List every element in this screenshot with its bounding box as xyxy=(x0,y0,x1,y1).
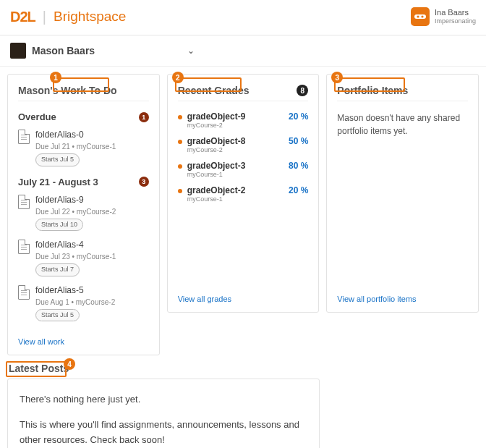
portfolio-title-text: Portfolio Items xyxy=(337,85,408,96)
grade-name: gradeObject-2 xyxy=(187,185,289,195)
latest-empty-body: This is where you'll find assignments, a… xyxy=(20,418,307,448)
latest-posts-section: 4 Latest Posts There's nothing here just… xyxy=(0,363,486,448)
grades-card: 2 Recent Grades 8 gradeObject-9 myCourse… xyxy=(167,74,320,313)
work-item-title: folderAlias-9 xyxy=(35,193,116,206)
work-item-meta: Due Jul 21 • myCourse-1 xyxy=(35,141,116,152)
svg-rect-0 xyxy=(414,14,426,19)
work-item[interactable]: folderAlias-9 Due Jul 22 • myCourse-2 St… xyxy=(18,193,149,232)
bullet-icon xyxy=(178,164,182,169)
work-item-pill: Starts Jul 10 xyxy=(35,219,83,232)
grade-name: gradeObject-8 xyxy=(187,136,289,146)
grade-name: gradeObject-9 xyxy=(187,111,289,122)
document-icon xyxy=(18,195,30,209)
latest-title: Latest Posts xyxy=(7,363,479,374)
grade-row[interactable]: gradeObject-9 myCourse-2 20 % xyxy=(178,111,309,129)
latest-empty-head: There's nothing here just yet. xyxy=(20,392,307,407)
annotation-badge-1: 1 xyxy=(50,72,61,83)
work-item-body: folderAlias-0 Due Jul 21 • myCourse-1 St… xyxy=(35,128,116,166)
product-name: Brightspace xyxy=(54,9,126,25)
view-all-portfolio-link[interactable]: View all portfolio items xyxy=(337,286,468,303)
work-item[interactable]: folderAlias-4 Due Jul 23 • myCourse-1 St… xyxy=(18,238,149,276)
work-title: Mason's Work To Do xyxy=(18,85,149,101)
grade-course: myCourse-1 xyxy=(187,195,289,203)
work-item-pill: Starts Jul 5 xyxy=(35,153,80,166)
main-grid: 1 Mason's Work To Do Overdue1 folderAlia… xyxy=(0,67,486,363)
grade-info: gradeObject-8 myCourse-2 xyxy=(187,136,289,153)
brand: D2L | Brightspace xyxy=(10,9,126,25)
bullet-icon xyxy=(178,115,182,119)
work-title-text: Mason's Work To Do xyxy=(18,85,117,96)
user-name: Ina Baars xyxy=(435,8,476,18)
context-selector[interactable]: Mason Baars ⌄ xyxy=(0,35,486,67)
d2l-logo: D2L xyxy=(10,9,35,25)
context-avatar-icon xyxy=(10,43,26,59)
portfolio-title: Portfolio Items xyxy=(337,85,468,101)
work-item-body: folderAlias-9 Due Jul 22 • myCourse-2 St… xyxy=(35,193,116,232)
user-status: Impersonating xyxy=(435,17,476,25)
grade-percent: 20 % xyxy=(289,185,308,195)
work-section-label: Overdue xyxy=(18,111,56,122)
grade-name: gradeObject-3 xyxy=(187,161,289,171)
work-section-count: 1 xyxy=(139,112,149,122)
work-item[interactable]: folderAlias-5 Due Aug 1 • myCourse-2 Sta… xyxy=(18,284,149,322)
work-section-count: 3 xyxy=(139,177,149,187)
document-icon xyxy=(18,285,30,300)
user-avatar-icon xyxy=(411,7,430,26)
grade-percent: 80 % xyxy=(289,161,308,171)
annotation-badge-2: 2 xyxy=(172,72,184,83)
view-all-grades-link[interactable]: View all grades xyxy=(178,286,309,303)
work-item-title: folderAlias-4 xyxy=(35,238,116,251)
portfolio-empty-text: Mason doesn't have any shared portfolio … xyxy=(337,111,468,138)
bullet-icon xyxy=(178,189,182,193)
work-section-head: Overdue1 xyxy=(18,111,149,122)
latest-card: There's nothing here just yet. This is w… xyxy=(7,379,320,448)
work-section-label: July 21 - August 3 xyxy=(18,177,98,187)
brand-separator: | xyxy=(43,9,46,25)
work-item-title: folderAlias-5 xyxy=(35,284,115,297)
grades-count-badge: 8 xyxy=(297,85,308,96)
grade-info: gradeObject-2 myCourse-1 xyxy=(187,185,289,203)
grade-info: gradeObject-3 myCourse-1 xyxy=(187,161,289,178)
annotation-badge-3: 3 xyxy=(331,72,343,83)
work-item-body: folderAlias-4 Due Jul 23 • myCourse-1 St… xyxy=(35,238,116,276)
work-card: 1 Mason's Work To Do Overdue1 folderAlia… xyxy=(7,74,160,355)
grade-percent: 20 % xyxy=(289,111,308,122)
work-item-body: folderAlias-5 Due Aug 1 • myCourse-2 Sta… xyxy=(35,284,115,322)
annotation-badge-4: 4 xyxy=(64,358,75,370)
view-all-work-link[interactable]: View all work xyxy=(18,329,149,346)
grade-course: myCourse-1 xyxy=(187,171,289,178)
grades-title-text: Recent Grades xyxy=(178,85,250,96)
grade-row[interactable]: gradeObject-3 myCourse-1 80 % xyxy=(178,161,309,178)
user-menu[interactable]: Ina Baars Impersonating xyxy=(411,7,476,26)
context-name: Mason Baars xyxy=(32,45,95,56)
svg-point-1 xyxy=(417,15,419,17)
grades-title: Recent Grades 8 xyxy=(178,85,309,101)
work-item-meta: Due Aug 1 • myCourse-2 xyxy=(35,297,115,308)
document-icon xyxy=(18,240,30,254)
work-item[interactable]: folderAlias-0 Due Jul 21 • myCourse-1 St… xyxy=(18,128,149,166)
grade-row[interactable]: gradeObject-2 myCourse-1 20 % xyxy=(178,185,309,203)
svg-point-2 xyxy=(421,15,423,17)
portfolio-card: 3 Portfolio Items Mason doesn't have any… xyxy=(326,74,479,313)
grade-row[interactable]: gradeObject-8 myCourse-2 50 % xyxy=(178,136,309,153)
user-meta: Ina Baars Impersonating xyxy=(435,8,476,26)
work-item-meta: Due Jul 22 • myCourse-2 xyxy=(35,206,116,217)
document-icon xyxy=(18,130,30,144)
work-item-pill: Starts Jul 5 xyxy=(35,309,80,322)
work-section-head: July 21 - August 33 xyxy=(18,177,149,187)
grade-info: gradeObject-9 myCourse-2 xyxy=(187,111,289,129)
work-item-pill: Starts Jul 7 xyxy=(35,263,80,276)
bullet-icon xyxy=(178,140,182,144)
grade-course: myCourse-2 xyxy=(187,122,289,129)
work-item-meta: Due Jul 23 • myCourse-1 xyxy=(35,251,116,262)
work-item-title: folderAlias-0 xyxy=(35,128,116,141)
chevron-down-icon: ⌄ xyxy=(187,46,195,56)
grade-percent: 50 % xyxy=(289,136,308,146)
grade-course: myCourse-2 xyxy=(187,146,289,153)
app-header: D2L | Brightspace Ina Baars Impersonatin… xyxy=(0,0,486,35)
